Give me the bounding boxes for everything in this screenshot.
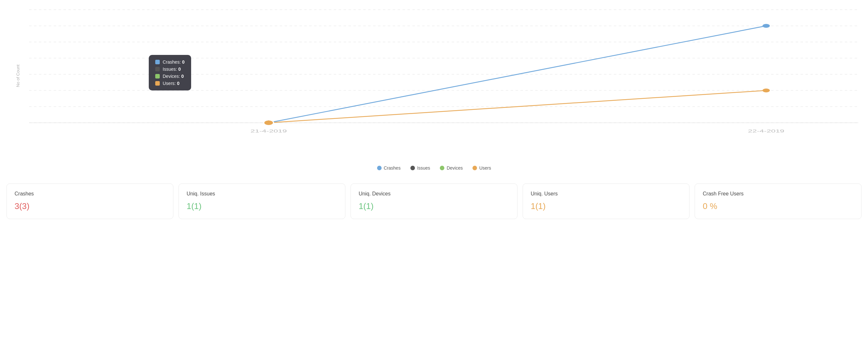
legend-item-issues: Issues — [410, 166, 430, 171]
svg-line-17 — [269, 26, 766, 123]
svg-text:22-4-2019: 22-4-2019 — [748, 129, 784, 133]
stat-value-crashes: 3(3) — [14, 201, 165, 211]
svg-text:21-4-2019: 21-4-2019 — [250, 129, 287, 133]
stat-label-users: Uniq. Users — [531, 191, 681, 197]
legend-dot-crashes — [377, 166, 382, 170]
stat-value-issues: 1(1) — [187, 201, 337, 211]
stat-card-crash-free: Crash Free Users 0 % — [695, 183, 862, 219]
stat-value-devices: 1(1) — [359, 201, 509, 211]
svg-point-20 — [763, 88, 770, 93]
legend-dot-issues — [410, 166, 415, 170]
stat-label-crashes: Crashes — [14, 191, 165, 197]
legend-label-crashes: Crashes — [384, 166, 401, 171]
chart-area: No of Count 3.5 3 2.5 2 1.5 — [10, 6, 858, 162]
stat-value-users: 1(1) — [531, 201, 681, 211]
legend-label-devices: Devices — [446, 166, 463, 171]
y-axis-label: No of Count — [16, 65, 20, 87]
chart-svg: 3.5 3 2.5 2 1.5 1 0.5 0 — [29, 6, 858, 142]
legend-item-crashes: Crashes — [377, 166, 401, 171]
legend-dot-devices — [440, 166, 444, 170]
stats-row: Crashes 3(3) Uniq. Issues 1(1) Uniq. Dev… — [0, 180, 868, 225]
svg-line-19 — [269, 91, 766, 123]
stat-card-users: Uniq. Users 1(1) — [523, 183, 689, 219]
legend-label-issues: Issues — [417, 166, 430, 171]
stat-label-crash-free: Crash Free Users — [703, 191, 854, 197]
legend-item-devices: Devices — [440, 166, 463, 171]
stat-label-issues: Uniq. Issues — [187, 191, 337, 197]
stat-card-issues: Uniq. Issues 1(1) — [179, 183, 345, 219]
svg-point-18 — [763, 24, 770, 28]
stat-label-devices: Uniq. Devices — [359, 191, 509, 197]
stat-card-crashes: Crashes 3(3) — [6, 183, 173, 219]
legend-item-users: Users — [472, 166, 491, 171]
stat-card-devices: Uniq. Devices 1(1) — [350, 183, 518, 219]
legend-dot-users — [472, 166, 477, 170]
line-chart-svg: 3.5 3 2.5 2 1.5 1 0.5 0 — [29, 6, 858, 142]
stat-value-crash-free: 0 % — [703, 201, 854, 211]
chart-container: No of Count 3.5 3 2.5 2 1.5 — [0, 0, 868, 180]
chart-legend: Crashes Issues Devices Users — [10, 162, 858, 177]
legend-label-users: Users — [479, 166, 491, 171]
